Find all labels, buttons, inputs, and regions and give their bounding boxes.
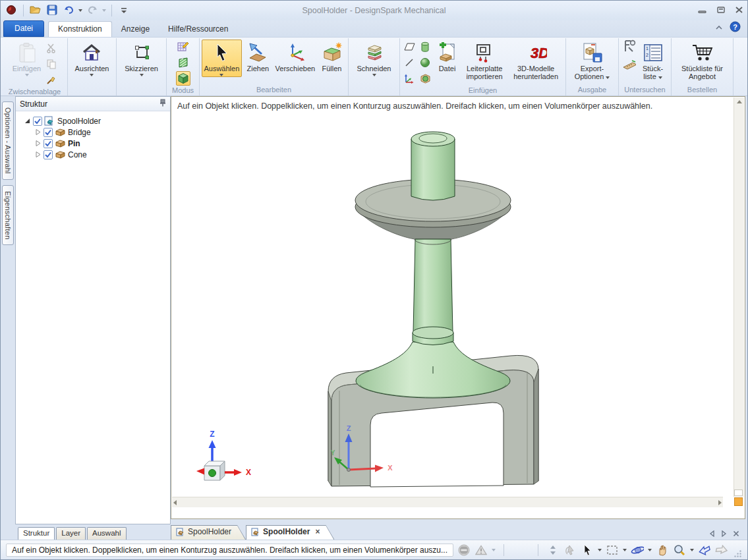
checkbox-checked[interactable] [33, 117, 42, 126]
solid-mode-button[interactable] [176, 71, 190, 86]
format-painter-button[interactable] [44, 72, 59, 87]
export-options-button[interactable]: Export-Optionen [569, 40, 616, 81]
scroll-tabs-left-button[interactable] [709, 530, 715, 537]
svg-text:?: ? [733, 23, 737, 31]
design-document-icon [176, 528, 185, 536]
tree-row-cone[interactable]: Cone [24, 149, 170, 160]
scroll-tabs-right-button[interactable] [721, 530, 727, 537]
tree-label[interactable]: Cone [68, 150, 87, 159]
previous-view-button[interactable] [698, 544, 711, 557]
tab-hilfe[interactable]: Hilfe/Ressourcen [159, 22, 237, 37]
align-button[interactable]: Ausrichten [73, 40, 111, 77]
doc-tab-spoolholder-2[interactable]: SpoolHolder × [246, 525, 334, 540]
close-button[interactable] [735, 6, 743, 16]
scroll-left-arrow[interactable] [173, 500, 177, 505]
tab-options-selection[interactable]: Optionen - Auswahl [2, 101, 14, 180]
doc-tab-close-button[interactable]: × [315, 527, 320, 536]
bom-button[interactable]: 12 Stück-liste [638, 40, 668, 81]
move-button[interactable]: Verschieben [274, 40, 316, 73]
help-button[interactable]: ? [730, 21, 741, 34]
world-orientation-widget[interactable]: Z X [196, 430, 251, 480]
split-button[interactable]: Schneiden [355, 40, 393, 77]
sketch-mode-button[interactable] [176, 40, 190, 54]
undo-button[interactable] [62, 4, 75, 17]
measure-solid-button[interactable] [622, 58, 637, 72]
scrollbar-corner [734, 490, 743, 496]
doc-tab-label[interactable]: SpoolHolder [263, 527, 310, 536]
tree-label[interactable]: Bridge [68, 128, 91, 137]
fill-button[interactable]: Füllen [318, 40, 346, 73]
insert-line-button[interactable] [402, 55, 417, 70]
doc-tab-label[interactable]: SpoolHolder [188, 527, 231, 536]
tab-datei[interactable]: Datei [3, 20, 44, 37]
resize-grip[interactable] [734, 549, 742, 560]
tree-row-root[interactable]: SpoolHolder [24, 115, 170, 126]
tree-label[interactable]: SpoolHolder [57, 117, 101, 126]
viewport-horizontal-scrollbar[interactable] [172, 497, 723, 507]
spoolholder-model-canvas[interactable]: Z X Y Z X [171, 97, 745, 518]
scroll-up-arrow[interactable] [737, 100, 742, 103]
orbit-tool-caret[interactable] [648, 549, 652, 551]
insert-sphere-button[interactable] [418, 55, 432, 70]
quote-bom-button[interactable]: Stückliste für Angebot [674, 40, 731, 81]
tab-anzeige[interactable]: Anzeige [112, 22, 159, 37]
model-cone[interactable] [356, 342, 510, 398]
checkbox-checked[interactable] [43, 139, 53, 148]
select-tool-button[interactable] [581, 544, 594, 557]
tree-label[interactable]: Pin [68, 139, 80, 148]
zoom-tool-caret[interactable] [690, 549, 694, 551]
expander-closed-icon[interactable] [34, 151, 42, 158]
insert-shell-button[interactable] [418, 71, 432, 86]
spin-control[interactable] [546, 544, 560, 557]
pull-button[interactable]: Ziehen [243, 40, 273, 73]
component-solid-icon [55, 150, 66, 159]
selection-box-button[interactable] [606, 544, 619, 557]
select-button[interactable]: Auswählen [202, 40, 242, 77]
undo-dropdown-caret[interactable] [78, 9, 82, 12]
expander-open-icon[interactable] [24, 117, 31, 125]
save-button[interactable] [45, 4, 59, 17]
expander-closed-icon[interactable] [34, 140, 42, 147]
tab-konstruktion[interactable]: Konstruktion [48, 21, 112, 37]
panel-tab-layer[interactable]: Layer [56, 527, 86, 540]
collapse-ribbon-button[interactable] [715, 23, 723, 32]
insert-axes-button[interactable] [402, 71, 417, 86]
restore-button[interactable] [716, 6, 726, 16]
tab-properties[interactable]: Eigenschaften [2, 185, 14, 246]
model-shaft[interactable] [413, 239, 453, 345]
scroll-right-arrow[interactable] [718, 500, 722, 505]
panel-tab-structure[interactable]: Struktur [18, 527, 55, 540]
measure-button[interactable] [622, 40, 637, 54]
tree-row-bridge[interactable]: Bridge [24, 126, 170, 138]
expander-closed-icon[interactable] [34, 128, 42, 136]
panel-tab-selection[interactable]: Auswahl [87, 527, 126, 540]
app-menu-button[interactable] [5, 4, 18, 17]
save-floppy-icon [47, 5, 57, 17]
doc-tab-spoolholder-1[interactable]: SpoolHolder [171, 525, 246, 540]
model-viewport[interactable]: Auf ein Objekt klicken. Doppelklicken, u… [171, 96, 745, 519]
viewport-vertical-scrollbar[interactable] [734, 98, 744, 497]
divider [111, 5, 112, 16]
corner-widget[interactable] [734, 497, 743, 506]
insert-plane-button[interactable] [402, 40, 417, 54]
checkbox-checked[interactable] [43, 150, 53, 159]
zoom-tool-button[interactable] [673, 544, 686, 557]
model-pin[interactable] [411, 132, 455, 200]
section-mode-button[interactable] [176, 55, 190, 70]
insert-file-button[interactable]: Datei [434, 40, 461, 73]
import-pcb-button[interactable]: Leiterplatte importieren [462, 40, 507, 81]
selection-box-caret[interactable] [623, 549, 627, 551]
sketch-button[interactable]: Skizzieren [123, 40, 160, 77]
open-button[interactable] [29, 4, 42, 17]
customize-qat-button[interactable] [117, 4, 130, 17]
close-doc-tab-button[interactable] [733, 530, 739, 537]
pin-panel-button[interactable] [159, 99, 166, 109]
minimize-button[interactable] [698, 6, 707, 16]
download-3d-button[interactable]: 3D 3D-Modelle herunterladen [508, 40, 563, 81]
orbit-tool-button[interactable] [631, 544, 644, 557]
tree-row-pin[interactable]: Pin [24, 138, 170, 149]
insert-cylinder-button[interactable] [418, 40, 432, 54]
checkbox-checked[interactable] [43, 128, 53, 137]
select-tool-caret[interactable] [598, 549, 602, 551]
pan-tool-button[interactable] [656, 544, 669, 557]
